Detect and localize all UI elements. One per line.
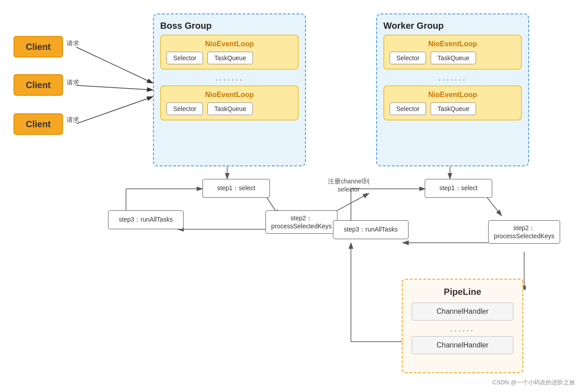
client-box-2: Client (13, 74, 63, 96)
boss-taskqueue-2: TaskQueue (207, 102, 253, 115)
worker-step3: step3：runAllTasks (333, 220, 409, 239)
boss-group-title: Boss Group (160, 21, 299, 31)
worker-selector-1: Selector (390, 52, 426, 64)
worker-step1-label: step1：select (440, 184, 478, 192)
boss-step2-label: step2： processSelectedKeys (271, 214, 332, 230)
worker-nio-loop-2: NioEventLoop Selector TaskQueue (383, 85, 522, 120)
worker-group-title: Worker Group (383, 21, 522, 31)
channel-handler-1: ChannelHandler (412, 303, 513, 321)
worker-dots: ....... (383, 73, 522, 83)
boss-step2: step2： processSelectedKeys (265, 210, 337, 234)
boss-step3: step3：runAllTasks (108, 210, 184, 229)
worker-nio-loop-1: NioEventLoop Selector TaskQueue (383, 35, 522, 70)
worker-group: Worker Group NioEventLoop Selector TaskQ… (376, 13, 529, 166)
worker-taskqueue-2: TaskQueue (431, 102, 476, 115)
client-box-1: Client (13, 36, 63, 58)
client-box-3: Client (13, 113, 63, 135)
worker-nio-label-2: NioEventLoop (390, 91, 516, 99)
boss-nio-label-1: NioEventLoop (166, 40, 292, 48)
worker-nio-label-1: NioEventLoop (390, 40, 516, 48)
boss-taskqueue-1: TaskQueue (207, 52, 253, 64)
request-label-2: 请求 (67, 79, 79, 87)
boss-step1: step1：select (202, 179, 270, 198)
channel-handler-2: ChannelHandler (412, 336, 513, 354)
svg-line-3 (76, 85, 153, 90)
client-label-1: Client (26, 42, 51, 52)
worker-step2: step2： processSelectedKeys (488, 220, 560, 244)
boss-step3-label: step3：runAllTasks (119, 216, 173, 224)
diagram-container: Client Client Client 请求 请求 请求 Boss Group… (0, 0, 584, 392)
pipeline-box: PipeLine ChannelHandler ...... ChannelHa… (402, 279, 523, 373)
worker-selector-2: Selector (390, 102, 426, 115)
boss-nio-label-2: NioEventLoop (166, 91, 292, 99)
svg-line-4 (76, 97, 153, 124)
request-label-1: 请求 (67, 40, 79, 48)
svg-line-2 (76, 47, 153, 83)
boss-step1-label: step1：select (217, 184, 256, 192)
client-label-2: Client (26, 80, 51, 90)
boss-group: Boss Group NioEventLoop Selector TaskQue… (153, 13, 306, 166)
boss-selector-2: Selector (166, 102, 203, 115)
pipeline-title: PipeLine (412, 287, 513, 297)
boss-selector-1: Selector (166, 52, 203, 64)
boss-nio-loop-2: NioEventLoop Selector TaskQueue (160, 85, 299, 120)
worker-taskqueue-1: TaskQueue (431, 52, 476, 64)
boss-dots: ....... (160, 73, 299, 83)
worker-step2-label: step2： processSelectedKeys (494, 224, 555, 240)
client-label-3: Client (26, 119, 51, 129)
watermark: CSDN @一个小码农的进阶之旅 (492, 379, 575, 387)
worker-step1: step1：select (425, 179, 492, 198)
request-label-3: 请求 (67, 116, 79, 124)
pipeline-dots: ...... (412, 324, 513, 334)
register-channel-label: 注册channel到 selector (319, 178, 378, 193)
worker-step3-label: step3：runAllTasks (344, 226, 398, 234)
boss-nio-loop-1: NioEventLoop Selector TaskQueue (160, 35, 299, 70)
